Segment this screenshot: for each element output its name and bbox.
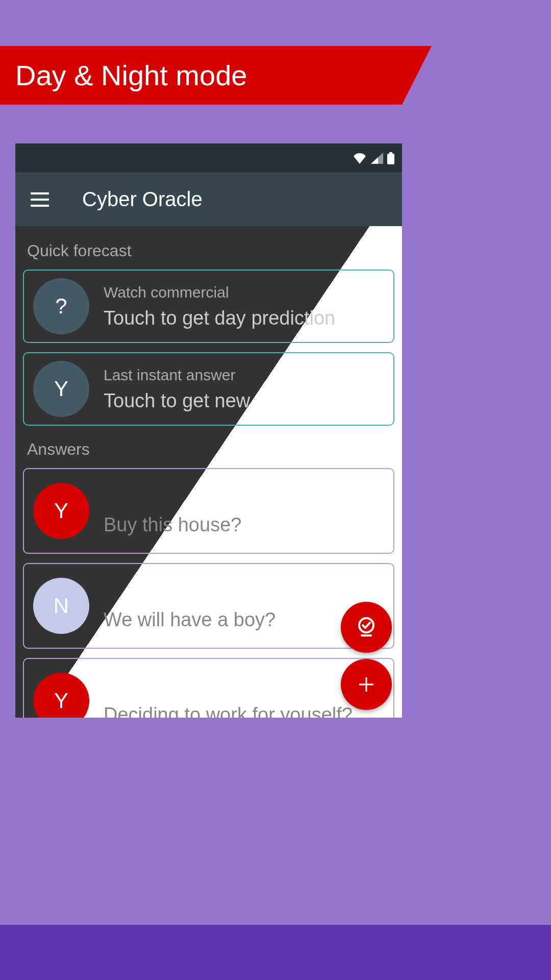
day-prediction-card[interactable]: ? Watch commercial Touch to get day pred…	[23, 270, 394, 343]
card-text: Watch commercial Touch to get day predic…	[104, 284, 335, 329]
answer-letter-circle: Y	[33, 361, 89, 417]
bottom-accent-bar	[0, 925, 551, 980]
oracle-fab[interactable]	[341, 602, 392, 653]
signal-icon	[371, 153, 383, 164]
fab-container	[341, 602, 392, 710]
question-icon-circle: ?	[33, 278, 89, 334]
phone-frame: Cyber Oracle Quick forecast ? Watch comm…	[15, 143, 402, 718]
promo-banner: Day & Night mode	[0, 46, 402, 105]
app-title: Cyber Oracle	[82, 188, 203, 211]
quick-forecast-label: Quick forecast	[23, 236, 394, 270]
answer-badge-yes: Y	[33, 673, 89, 718]
card-title: Touch to get day prediction	[104, 307, 335, 329]
svg-rect-0	[389, 152, 392, 154]
battery-icon	[387, 152, 394, 164]
answer-item[interactable]: N We will have a boy?	[23, 563, 394, 649]
app-bar: Cyber Oracle	[15, 173, 402, 226]
answer-item[interactable]: Y Buy this house?	[23, 468, 394, 554]
card-subtitle: Last instant answer	[104, 366, 250, 384]
answer-question: Buy this house?	[104, 514, 241, 539]
answer-badge-yes: Y	[33, 483, 89, 539]
menu-icon[interactable]	[31, 192, 49, 207]
banner-title: Day & Night mode	[15, 59, 247, 92]
answer-badge-no: N	[33, 578, 89, 634]
status-bar	[15, 143, 402, 173]
answer-question: Deciding to work for youself?	[104, 704, 353, 718]
plus-icon	[356, 674, 377, 695]
add-fab[interactable]	[341, 659, 392, 710]
wifi-icon	[353, 153, 367, 164]
answer-question: We will have a boy?	[104, 609, 276, 634]
card-title: Touch to get new	[104, 390, 250, 412]
oracle-check-icon	[354, 615, 379, 640]
svg-rect-1	[387, 154, 394, 164]
answers-label: Answers	[23, 435, 394, 468]
instant-answer-card[interactable]: Y Last instant answer Touch to get new	[23, 352, 394, 426]
card-text: Last instant answer Touch to get new	[104, 366, 250, 412]
card-subtitle: Watch commercial	[104, 284, 335, 301]
answer-item[interactable]: Y Deciding to work for youself?	[23, 658, 394, 718]
